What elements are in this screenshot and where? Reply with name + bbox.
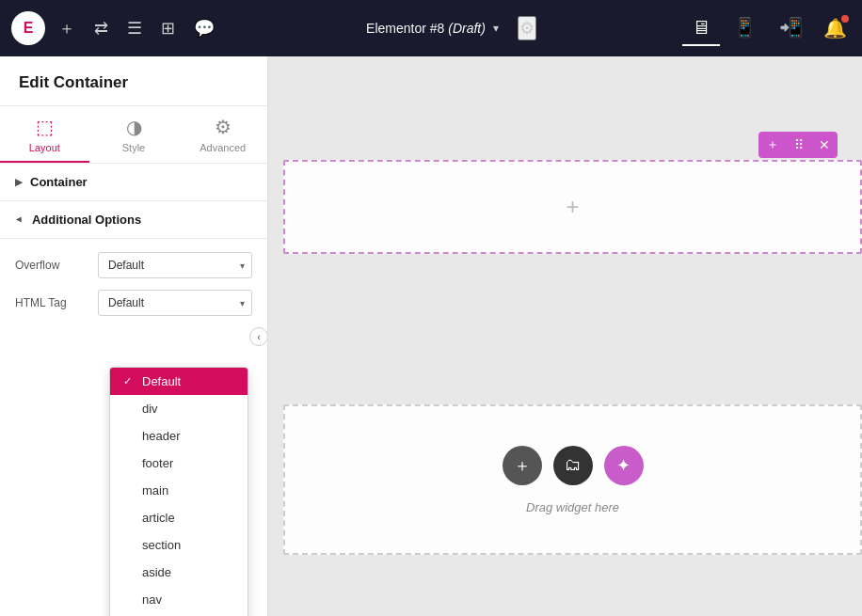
tab-advanced[interactable]: ⚙ Advanced [178, 106, 267, 163]
add-widget-button[interactable]: ＋ [503, 446, 542, 485]
navigator-button[interactable]: ⇄ [88, 12, 114, 44]
tab-advanced-label: Advanced [200, 142, 246, 153]
container-add-button[interactable]: ＋ [758, 133, 787, 157]
dropdown-item-aside[interactable]: aside [110, 559, 247, 586]
style-tab-icon: ◑ [126, 116, 142, 138]
container-section-header[interactable]: ▶ Container [0, 164, 267, 201]
canvas-container-bottom: ＋ 🗂 ✦ Drag widget here [283, 404, 862, 555]
dropdown-item-header[interactable]: header [110, 422, 247, 450]
tab-layout-label: Layout [29, 142, 60, 153]
dropdown-item-aside-label: aside [142, 565, 171, 579]
topbar: E ＋ ⇄ ☰ ⊞ 💬 Elementor #8 (Draft) ▾ ⚙ 🖥 📱… [0, 0, 862, 56]
overflow-field-row: Overflow Default Hidden Auto Scroll ▾ [15, 252, 252, 278]
html-tag-select-wrapper: Default div header footer main article s… [98, 290, 252, 316]
html-tag-control: Default div header footer main article s… [98, 290, 252, 316]
overflow-select-wrapper: Default Hidden Auto Scroll ▾ [98, 252, 252, 278]
templates-button[interactable]: ☰ [121, 12, 148, 44]
dropdown-item-nav[interactable]: nav [110, 586, 247, 613]
layers-button[interactable]: ⊞ [155, 12, 181, 44]
tab-style-label: Style [122, 142, 145, 153]
dropdown-item-section[interactable]: section [110, 531, 247, 559]
comments-button[interactable]: 💬 [188, 12, 220, 44]
device-switcher: 🖥 📱 📲 [682, 10, 812, 46]
topbar-center: Elementor #8 (Draft) ▾ ⚙ [228, 16, 675, 40]
dropdown-item-default-label: Default [142, 374, 181, 388]
container-arrow-icon: ▶ [15, 177, 23, 187]
additional-options-label: Additional Options [32, 213, 141, 227]
dropdown-item-footer[interactable]: footer [110, 450, 247, 477]
layout-tab-icon: ⬚ [36, 116, 54, 138]
overflow-label: Overflow [15, 259, 90, 272]
topbar-right: 🔔 [820, 13, 851, 43]
canvas-container-top[interactable]: ＋ ⠿ ✕ + [283, 160, 862, 254]
dropdown-item-header-label: header [142, 429, 180, 443]
widget-buttons: ＋ 🗂 ✦ [503, 446, 644, 485]
container-center-add-icon[interactable]: + [566, 194, 579, 220]
container-close-button[interactable]: ✕ [811, 134, 838, 156]
canvas-area: ＋ ⠿ ✕ + ＋ 🗂 ✦ Drag widget here [268, 56, 862, 616]
check-icon: ✓ [123, 375, 136, 387]
dropdown-item-article-label: article [142, 511, 175, 525]
main-layout: Edit Container ⬚ Layout ◑ Style ⚙ Advanc… [0, 56, 862, 616]
dropdown-item-div-label: div [142, 402, 158, 416]
tabs-row: ⬚ Layout ◑ Style ⚙ Advanced [0, 106, 267, 164]
container-drag-button[interactable]: ⠿ [787, 134, 811, 156]
elementor-logo[interactable]: E [11, 11, 45, 45]
ai-button[interactable]: ✦ [604, 446, 644, 485]
notification-dot [841, 15, 849, 23]
drag-hint-label: Drag widget here [526, 500, 619, 514]
dropdown-item-default[interactable]: ✓ Default [110, 368, 247, 395]
dropdown-item-article[interactable]: article [110, 504, 247, 531]
panel-body: Overflow Default Hidden Auto Scroll ▾ [0, 239, 267, 340]
title-chevron-icon[interactable]: ▾ [493, 22, 499, 35]
html-tag-dropdown: ✓ Default div header footer main arti [109, 367, 248, 616]
html-tag-field-row: HTML Tag Default div header footer main … [15, 290, 252, 316]
html-tag-select[interactable]: Default div header footer main article s… [98, 290, 252, 316]
notifications-button[interactable]: 🔔 [820, 13, 851, 43]
device-mobile-button[interactable]: 📲 [770, 10, 812, 46]
dropdown-item-section-label: section [142, 538, 181, 552]
dropdown-item-main-label: main [142, 483, 168, 498]
dropdown-item-main[interactable]: main [110, 477, 247, 504]
device-tablet-button[interactable]: 📱 [724, 10, 766, 46]
collapse-panel-button[interactable]: ‹ [249, 327, 268, 346]
add-element-button[interactable]: ＋ [53, 11, 81, 45]
document-title: Elementor #8 (Draft) [366, 21, 486, 36]
overflow-select[interactable]: Default Hidden Auto Scroll [98, 252, 252, 278]
advanced-tab-icon: ⚙ [215, 116, 231, 138]
dropdown-item-div[interactable]: div [110, 395, 247, 422]
html-tag-label: HTML Tag [15, 296, 90, 309]
container-section-label: Container [30, 175, 88, 189]
device-desktop-button[interactable]: 🖥 [682, 11, 720, 46]
overflow-control: Default Hidden Auto Scroll ▾ [98, 252, 252, 278]
tab-layout[interactable]: ⬚ Layout [0, 106, 89, 163]
tab-style[interactable]: ◑ Style [89, 106, 179, 163]
container-toolbar: ＋ ⠿ ✕ [758, 132, 838, 158]
library-button[interactable]: 🗂 [553, 446, 593, 485]
additional-options-arrow-icon: ▼ [14, 215, 24, 225]
dropdown-item-nav-label: nav [142, 592, 162, 607]
settings-button[interactable]: ⚙ [518, 16, 536, 40]
dropdown-item-footer-label: footer [142, 456, 173, 470]
additional-options-section-header[interactable]: ▼ Additional Options [0, 201, 267, 239]
sidebar-panel: Edit Container ⬚ Layout ◑ Style ⚙ Advanc… [0, 56, 268, 616]
panel-title: Edit Container [0, 56, 267, 106]
